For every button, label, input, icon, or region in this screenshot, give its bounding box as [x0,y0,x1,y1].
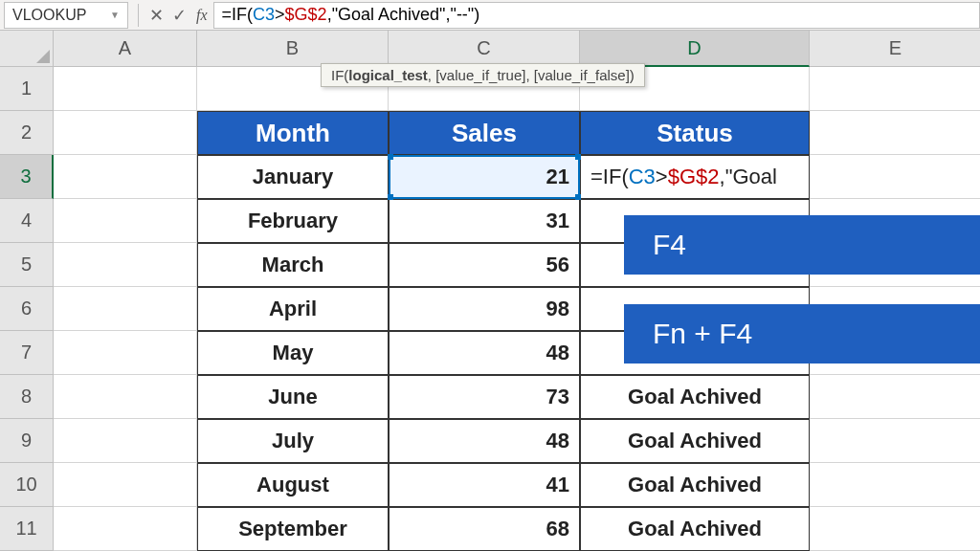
formula-suffix: ,"Goal Achived","--") [327,5,480,25]
cell-a5[interactable] [54,243,197,287]
formula-text: =IF( [222,5,254,25]
cell-b3[interactable]: January [197,155,389,199]
cell-e8[interactable] [810,375,980,419]
formula-ref-g2: $G$2 [285,5,327,25]
tooltip-fn: IF( [331,67,348,83]
column-headers: A B C D E [54,31,980,67]
cell-e11[interactable] [810,507,980,551]
row-header-9[interactable]: 9 [0,419,54,463]
cell-d8[interactable]: Goal Achived [580,375,810,419]
cell-a9[interactable] [54,419,197,463]
cell-a1[interactable] [54,67,197,111]
row-header-6[interactable]: 6 [0,287,54,331]
row-headers: 1 2 3 4 5 6 7 8 9 10 11 [0,67,54,551]
cell-a6[interactable] [54,287,197,331]
cell-b7[interactable]: May [197,331,389,375]
name-box[interactable]: VLOOKUP ▼ [4,2,128,29]
cell-e2[interactable] [810,111,980,155]
cell-a10[interactable] [54,463,197,507]
cell-c3[interactable]: 21 [389,155,580,199]
tooltip-rest: , [value_if_true], [value_if_false]) [428,67,635,83]
cell-e9[interactable] [810,419,980,463]
cell-c5[interactable]: 56 [389,243,580,287]
formula-op: > [275,5,285,25]
cell-d11[interactable]: Goal Achived [580,507,810,551]
edit-prefix: =IF( [590,165,629,189]
cell-b11[interactable]: September [197,507,389,551]
edit-op: > [656,165,668,189]
divider [138,4,139,27]
cell-c6[interactable]: 98 [389,287,580,331]
edit-ref2: $G$2 [668,165,720,189]
cell-a11[interactable] [54,507,197,551]
edit-ref1: C3 [629,165,656,189]
row-header-11[interactable]: 11 [0,507,54,551]
cell-c10[interactable]: 41 [389,463,580,507]
callout-fn-f4: Fn + F4 [624,304,980,364]
formula-ref-c3: C3 [253,5,275,25]
cell-a7[interactable] [54,331,197,375]
cancel-icon[interactable]: ✕ [145,4,167,27]
cell-d10[interactable]: Goal Achived [580,463,810,507]
cell-b5[interactable]: March [197,243,389,287]
cell-a2[interactable] [54,111,197,155]
table-header-sales[interactable]: Sales [389,111,580,155]
name-box-dropdown-icon[interactable]: ▼ [110,10,120,20]
cell-a3[interactable] [54,155,197,199]
cell-b6[interactable]: April [197,287,389,331]
select-all-corner[interactable] [0,31,54,67]
function-tooltip: IF(logical_test, [value_if_true], [value… [321,63,645,87]
row-header-5[interactable]: 5 [0,243,54,287]
cell-d3-editing[interactable]: =IF(C3>$G$2,"Goal [580,155,810,199]
row-header-8[interactable]: 8 [0,375,54,419]
table-header-month[interactable]: Month [197,111,389,155]
cell-c11[interactable]: 68 [389,507,580,551]
cell-e1[interactable] [810,67,980,111]
cell-e10[interactable] [810,463,980,507]
row-header-4[interactable]: 4 [0,199,54,243]
enter-icon[interactable]: ✓ [167,4,190,27]
cell-b9[interactable]: July [197,419,389,463]
cell-c7[interactable]: 48 [389,331,580,375]
formula-input[interactable]: =IF(C3>$G$2,"Goal Achived","--") [213,2,980,29]
col-header-e[interactable]: E [810,31,980,67]
callout-f4: F4 [624,215,980,275]
row-header-10[interactable]: 10 [0,463,54,507]
cell-c9[interactable]: 48 [389,419,580,463]
edit-suffix: ,"Goal [720,165,777,189]
col-header-b[interactable]: B [197,31,389,67]
cell-a4[interactable] [54,199,197,243]
formula-bar: VLOOKUP ▼ ✕ ✓ fx =IF(C3>$G$2,"Goal Achiv… [0,0,980,31]
col-header-d[interactable]: D [580,31,810,67]
col-header-c[interactable]: C [389,31,580,67]
row-header-7[interactable]: 7 [0,331,54,375]
fx-icon[interactable]: fx [196,7,208,24]
col-header-a[interactable]: A [54,31,197,67]
row-header-1[interactable]: 1 [0,67,54,111]
cell-e3[interactable] [810,155,980,199]
cell-b4[interactable]: February [197,199,389,243]
cell-c4[interactable]: 31 [389,199,580,243]
cell-a8[interactable] [54,375,197,419]
table-header-status[interactable]: Status [580,111,810,155]
tooltip-arg-bold: logical_test [348,67,428,83]
cell-d9[interactable]: Goal Achived [580,419,810,463]
row-header-2[interactable]: 2 [0,111,54,155]
name-box-value: VLOOKUP [12,7,86,24]
cell-b10[interactable]: August [197,463,389,507]
cell-b8[interactable]: June [197,375,389,419]
cell-c8[interactable]: 73 [389,375,580,419]
row-header-3[interactable]: 3 [0,155,54,199]
